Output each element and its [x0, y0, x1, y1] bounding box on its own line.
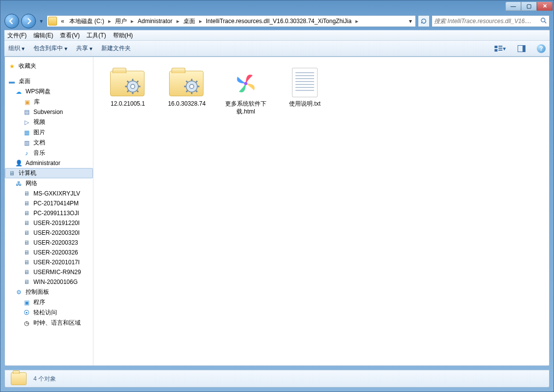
- organize-button[interactable]: 组织 ▾: [8, 44, 25, 53]
- folder-item[interactable]: 16.0.30328.74: [157, 64, 216, 123]
- refresh-icon: [420, 18, 427, 25]
- new-folder-button[interactable]: 新建文件夹: [101, 44, 131, 53]
- status-folder-icon: [11, 372, 27, 385]
- ease-icon: ⦿: [23, 309, 30, 317]
- tree-computer[interactable]: 🖥计算机: [5, 168, 93, 178]
- file-list[interactable]: 12.0.21005.1 16.0.30328.74: [93, 57, 549, 365]
- close-button[interactable]: ✕: [537, 2, 553, 11]
- svg-rect-5: [495, 49, 497, 52]
- minimize-button[interactable]: —: [505, 2, 521, 11]
- maximize-icon: ▢: [526, 3, 531, 9]
- tree-network-pc[interactable]: 🖥WIN-20200106G: [5, 277, 93, 287]
- breadcrumb-item[interactable]: 桌面: [181, 16, 197, 27]
- include-label: 包含到库中: [33, 44, 63, 53]
- file-label: 16.0.30328.74: [168, 100, 206, 108]
- share-button[interactable]: 共享 ▾: [76, 44, 92, 53]
- breadcrumb-item[interactable]: IntelliTrace.resources.dll_V16.0.30328.7…: [204, 17, 353, 26]
- view-mode-button[interactable]: ▾: [494, 43, 506, 54]
- chevron-right-icon[interactable]: ▸: [107, 18, 112, 25]
- tree-network-pc[interactable]: 🖥USERMIC-R9N29: [5, 267, 93, 277]
- breadcrumb-item[interactable]: 用户: [113, 16, 129, 27]
- back-button[interactable]: [4, 14, 19, 28]
- tree-label: MS-GXKIXRYJLV: [33, 190, 80, 197]
- tree-label: 视频: [33, 118, 45, 126]
- tree-network-pc[interactable]: 🖥USER-20200323: [5, 238, 93, 248]
- tree-administrator[interactable]: 👤Administrator: [5, 158, 93, 168]
- chevron-right-icon[interactable]: ▸: [130, 18, 135, 25]
- expand-icon[interactable]: [15, 99, 20, 105]
- tree-label: USERMIC-R9N29: [33, 269, 81, 276]
- tree-network-pc[interactable]: 🖥PC-20170414PM: [5, 198, 93, 208]
- tree-control-panel[interactable]: ⚙控制面板: [5, 287, 93, 297]
- breadcrumb: « 本地磁盘 (C:)▸ 用户▸ Administrator▸ 桌面▸ Inte…: [59, 16, 407, 27]
- tree-favorites[interactable]: ★收藏夹: [5, 61, 93, 71]
- search-icon[interactable]: [540, 17, 547, 26]
- history-dropdown[interactable]: ▾: [38, 15, 45, 28]
- search-input[interactable]: [434, 18, 540, 25]
- preview-pane-button[interactable]: [515, 43, 528, 54]
- tree-label: USER-20200326: [33, 249, 78, 256]
- forward-button[interactable]: [21, 14, 36, 28]
- newfolder-label: 新建文件夹: [101, 44, 131, 53]
- navigation-pane[interactable]: ★收藏夹 ▬桌面 ☁WPS网盘 ▣库 ▤Subversion ▷视频 ▦图片 ▥…: [5, 57, 93, 365]
- desktop-icon: ▬: [8, 78, 16, 85]
- help-button[interactable]: ?: [537, 44, 546, 53]
- svg-rect-4: [498, 48, 502, 49]
- tree-documents[interactable]: ▥文档: [5, 138, 93, 148]
- computer-icon: 🖥: [8, 169, 16, 177]
- menu-tools[interactable]: 工具(T): [87, 31, 106, 40]
- tree-truncated[interactable]: ◷时钟、语言和区域: [5, 318, 93, 328]
- folder-item[interactable]: 12.0.21005.1: [98, 64, 157, 123]
- pinwheel-icon: [228, 68, 263, 97]
- tree-network-pc[interactable]: 🖥USER-20200326: [5, 248, 93, 257]
- tree-music[interactable]: ♪音乐: [5, 148, 93, 158]
- tree-network[interactable]: 🖧网络: [5, 178, 93, 189]
- refresh-button[interactable]: [418, 15, 430, 27]
- chevron-down-icon: ▾: [64, 45, 67, 52]
- svg-line-28: [196, 81, 198, 83]
- chevron-right-icon[interactable]: ▸: [175, 18, 180, 25]
- menu-help[interactable]: 帮助(H): [113, 31, 133, 40]
- include-in-library-button[interactable]: 包含到库中 ▾: [33, 44, 67, 53]
- address-dropdown[interactable]: ▾: [407, 18, 414, 25]
- tree-label: Subversion: [33, 109, 63, 115]
- breadcrumb-prefix[interactable]: «: [59, 17, 66, 26]
- tree-network-pc[interactable]: 🖥MS-GXKIXRYJLV: [5, 189, 93, 198]
- address-bar[interactable]: « 本地磁盘 (C:)▸ 用户▸ Administrator▸ 桌面▸ Inte…: [47, 15, 416, 27]
- breadcrumb-item[interactable]: Administrator: [136, 17, 175, 26]
- menu-file[interactable]: 文件(F): [7, 31, 27, 40]
- search-box[interactable]: [432, 15, 550, 27]
- tree-label: 计算机: [19, 169, 36, 177]
- maximize-button[interactable]: ▢: [521, 2, 537, 11]
- breadcrumb-item[interactable]: 本地磁盘 (C:): [67, 16, 106, 27]
- menu-edit[interactable]: 编辑(E): [33, 31, 53, 40]
- tree-subversion[interactable]: ▤Subversion: [5, 107, 93, 117]
- network-icon: 🖧: [15, 180, 23, 188]
- html-file-item[interactable]: 更多系统软件下载.html: [216, 64, 275, 123]
- document-icon: ▥: [23, 139, 30, 147]
- tree-pictures[interactable]: ▦图片: [5, 127, 93, 138]
- tree-network-pc[interactable]: 🖥USER-20191220I: [5, 218, 93, 228]
- txt-file-item[interactable]: 使用说明.txt: [275, 64, 334, 123]
- tree-network-pc[interactable]: 🖥PC-20991113OJI: [5, 208, 93, 218]
- picture-icon: ▦: [23, 129, 30, 137]
- svg-rect-3: [498, 46, 502, 47]
- chevron-right-icon[interactable]: ▸: [198, 18, 203, 25]
- svg-rect-2: [495, 46, 497, 48]
- tree-label: 桌面: [19, 77, 30, 85]
- menu-view[interactable]: 查看(V): [60, 31, 80, 40]
- tree-network-pc[interactable]: 🖥USER-20201017I: [5, 257, 93, 267]
- svg-line-1: [545, 21, 547, 23]
- tree-wps[interactable]: ☁WPS网盘: [5, 86, 93, 97]
- tree-libraries[interactable]: ▣库: [5, 97, 93, 107]
- tree-videos[interactable]: ▷视频: [5, 117, 93, 127]
- tree-ease-of-access[interactable]: ⦿轻松访问: [5, 308, 93, 318]
- chevron-right-icon[interactable]: ▸: [354, 18, 359, 25]
- svg-line-17: [127, 91, 129, 92]
- tree-label: USER-20201017I: [33, 259, 80, 266]
- svg-point-20: [190, 84, 194, 89]
- tree-programs[interactable]: ▣程序: [5, 297, 93, 308]
- tree-network-pc[interactable]: 🖥USER-20200320I: [5, 228, 93, 238]
- tree-label: 网络: [26, 179, 37, 188]
- tree-desktop[interactable]: ▬桌面: [5, 76, 93, 86]
